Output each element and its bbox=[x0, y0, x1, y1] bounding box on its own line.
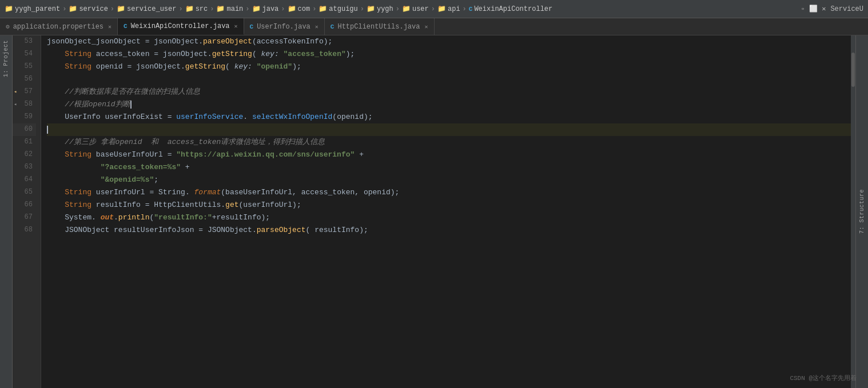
breadcrumb-src[interactable]: 📁 src bbox=[185, 5, 208, 13]
breadcrumb-label: user bbox=[412, 5, 429, 13]
code-line-66: String resultInfo = HttpClientUtils.get(… bbox=[47, 199, 851, 211]
breadcrumb-java[interactable]: 📁 java bbox=[252, 5, 279, 13]
breadcrumb-main[interactable]: 📁 main bbox=[216, 5, 243, 13]
folder-icon: 📁 bbox=[117, 5, 125, 13]
breadcrumb-label: service_user bbox=[127, 5, 176, 13]
folder-icon: 📁 bbox=[5, 5, 13, 13]
breadcrumb: 📁 yygh_parent › 📁 service › 📁 service_us… bbox=[5, 5, 801, 13]
folder-icon: 📁 bbox=[437, 5, 446, 13]
breadcrumb-controller[interactable]: C WeixinApiController bbox=[469, 5, 552, 13]
bookmark-icon-2: ◂ bbox=[14, 101, 17, 109]
gutter-line-58: 58 ◂ bbox=[13, 98, 36, 111]
gutter-line-66: 66 bbox=[13, 199, 36, 211]
code-line-54: String access_token = jsonObject.getStri… bbox=[47, 48, 851, 61]
line-number-gutter: 53 54 55 56 57 ◂ 58 ◂ 59 60 61 62 63 64 … bbox=[13, 35, 41, 388]
tab-label: WeixinApiController.java bbox=[131, 22, 230, 30]
breadcrumb-yygh-parent[interactable]: 📁 yygh_parent bbox=[5, 5, 60, 13]
code-line-53: jsonObject_jsonObject = jsonObject.parse… bbox=[47, 35, 851, 48]
code-line-59: UserInfo userInfoExist = userInfoService… bbox=[47, 111, 851, 123]
tab-weixin-api-controller[interactable]: C WeixinApiController.java ✕ bbox=[118, 18, 244, 35]
tab-label: HttpClientUtils.java bbox=[337, 23, 420, 31]
tab-application-properties[interactable]: ⚙ application.properties ✕ bbox=[0, 18, 118, 35]
tab-close-icon[interactable]: ✕ bbox=[108, 23, 112, 30]
code-editor[interactable]: jsonObject_jsonObject = jsonObject.parse… bbox=[41, 35, 851, 388]
breadcrumb-label: yygh bbox=[377, 5, 393, 13]
folder-icon: 📁 bbox=[367, 5, 375, 13]
code-line-62: String baseUserInfoUrl = "https://api.we… bbox=[47, 149, 851, 161]
structure-panel: 7: Structure bbox=[855, 35, 868, 388]
breadcrumb-label: service bbox=[79, 5, 107, 13]
gutter-line-64: 64 bbox=[13, 174, 36, 186]
gutter-line-65: 65 bbox=[13, 186, 36, 199]
breadcrumb-api[interactable]: 📁 api bbox=[437, 5, 460, 13]
breadcrumb-label: yygh_parent bbox=[15, 5, 60, 13]
window-controls-icon: ▫ ⬜ ✕ bbox=[801, 5, 826, 13]
code-line-55: String openid = jsonObject.getString( ke… bbox=[47, 61, 851, 73]
breadcrumb-label: main bbox=[226, 5, 243, 13]
gutter-line-67: 67 bbox=[13, 211, 36, 224]
service-label: ServiceU bbox=[830, 5, 863, 13]
gutter-line-54: 54 bbox=[13, 48, 36, 61]
java-file-icon: C bbox=[124, 23, 128, 30]
code-line-60 bbox=[47, 123, 851, 136]
code-line-56 bbox=[47, 73, 851, 86]
tab-label: application.properties bbox=[13, 23, 103, 31]
gutter-line-57: 57 ◂ bbox=[13, 86, 36, 98]
title-bar: 📁 yygh_parent › 📁 service › 📁 service_us… bbox=[0, 0, 868, 18]
code-line-68: JSONObject resultUserInfoJson = JSONObje… bbox=[47, 224, 851, 237]
breadcrumb-atguigu[interactable]: 📁 atguigu bbox=[318, 5, 357, 13]
tab-close-icon[interactable]: ✕ bbox=[424, 23, 428, 30]
gutter-line-62: 62 bbox=[13, 149, 36, 161]
folder-icon: 📁 bbox=[185, 5, 194, 13]
folder-icon: 📁 bbox=[288, 5, 296, 13]
editor-container: 1: Project 53 54 55 56 57 ◂ 58 ◂ 59 60 6… bbox=[0, 35, 868, 388]
tab-user-info[interactable]: C UserInfo.java ✕ bbox=[244, 18, 325, 35]
gutter-line-53: 53 bbox=[13, 35, 36, 48]
breadcrumb-yygh[interactable]: 📁 yygh bbox=[367, 5, 393, 13]
folder-icon: 📁 bbox=[252, 5, 261, 13]
structure-panel-label[interactable]: 7: Structure bbox=[858, 187, 866, 236]
code-line-61: //第三步 拿着openid 和 access_token请求微信地址，得到扫描… bbox=[47, 136, 851, 149]
code-line-65: String userInfoUrl = String. format(base… bbox=[47, 186, 851, 199]
scrollbar-thumb[interactable] bbox=[851, 53, 855, 87]
bookmark-icon: ◂ bbox=[14, 88, 17, 96]
tab-label: UserInfo.java bbox=[257, 23, 310, 31]
project-panel-label[interactable]: 1: Project bbox=[2, 38, 10, 79]
vertical-scrollbar[interactable] bbox=[851, 35, 855, 388]
gutter-line-55: 55 bbox=[13, 61, 36, 73]
breadcrumb-service-user[interactable]: 📁 service_user bbox=[117, 5, 176, 13]
breadcrumb-com[interactable]: 📁 com bbox=[288, 5, 310, 13]
title-bar-right: ▫ ⬜ ✕ ServiceU bbox=[801, 5, 863, 13]
breadcrumb-label: WeixinApiController bbox=[474, 5, 552, 13]
gutter-line-60: 60 bbox=[13, 123, 36, 136]
tab-close-icon[interactable]: ✕ bbox=[234, 23, 238, 30]
code-line-63: "?access_token=%s" + bbox=[47, 161, 851, 174]
properties-file-icon: ⚙ bbox=[6, 23, 10, 30]
gutter-line-59: 59 bbox=[13, 111, 36, 123]
watermark: CSDN @这个名字先用着 bbox=[790, 374, 857, 382]
gutter-line-61: 61 bbox=[13, 136, 36, 149]
code-line-57: //判断数据库是否存在微信的扫描人信息 bbox=[47, 86, 851, 98]
gutter-line-63: 63 bbox=[13, 161, 36, 174]
breadcrumb-service[interactable]: 📁 service bbox=[69, 5, 107, 13]
gutter-line-68: 68 bbox=[13, 224, 36, 237]
tab-http-client-utils[interactable]: C HttpClientUtils.java ✕ bbox=[325, 18, 435, 35]
folder-icon: 📁 bbox=[216, 5, 225, 13]
breadcrumb-label: src bbox=[196, 5, 208, 13]
breadcrumb-label: api bbox=[448, 5, 460, 13]
tab-bar: ⚙ application.properties ✕ C WeixinApiCo… bbox=[0, 18, 868, 35]
folder-icon: 📁 bbox=[402, 5, 411, 13]
java-file-icon: C bbox=[250, 23, 254, 30]
class-icon: C bbox=[469, 6, 473, 13]
folder-icon: 📁 bbox=[69, 5, 77, 13]
gutter-line-56: 56 bbox=[13, 73, 36, 86]
breadcrumb-user[interactable]: 📁 user bbox=[402, 5, 429, 13]
tab-close-icon[interactable]: ✕ bbox=[315, 23, 318, 30]
code-line-64: "&openid=%s"; bbox=[47, 174, 851, 186]
folder-icon: 📁 bbox=[318, 5, 327, 13]
code-line-58: //根据openid判断 bbox=[47, 98, 851, 111]
code-line-67: System. out.println("resultInfo:"+result… bbox=[47, 211, 851, 224]
java-file-icon: C bbox=[331, 23, 335, 30]
side-panel-icons: 1: Project bbox=[0, 35, 13, 388]
breadcrumb-label: atguigu bbox=[329, 5, 357, 13]
